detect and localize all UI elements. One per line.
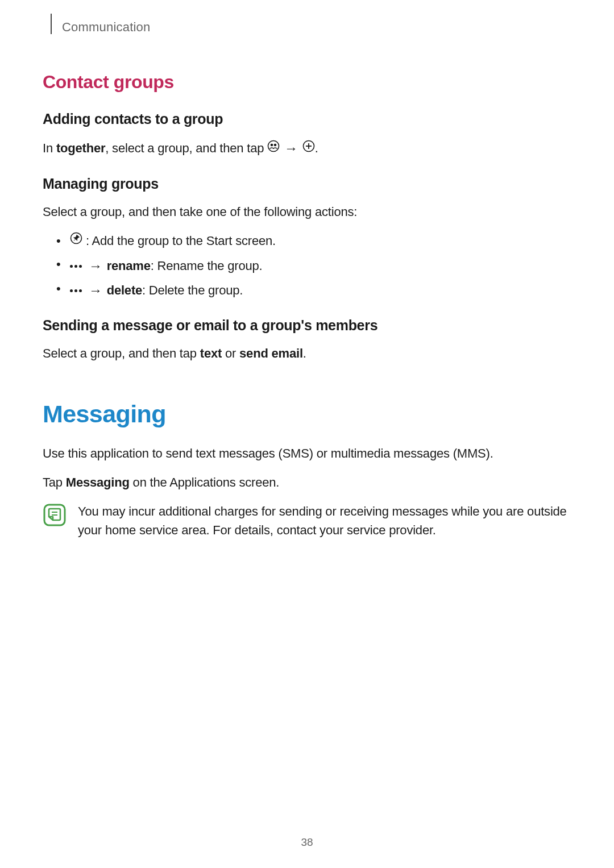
list-item: → delete: Delete the group.: [56, 279, 571, 300]
messaging-intro: Use this application to send text messag…: [43, 444, 571, 463]
group-icon: [267, 139, 280, 157]
header-divider: [51, 14, 52, 34]
heading-sending-message: Sending a message or email to a group's …: [43, 317, 571, 334]
arrow-icon: →: [284, 138, 298, 159]
adding-contacts-text: In together, select a group, and then ta…: [43, 138, 571, 159]
list-item: → rename: Rename the group.: [56, 255, 571, 276]
note-text: You may incur additional charges for sen…: [78, 502, 571, 539]
header-section-label: Communication: [62, 20, 150, 35]
ellipsis-icon: [70, 289, 82, 292]
arrow-icon: →: [89, 280, 102, 301]
managing-intro: Select a group, and then take one of the…: [43, 202, 571, 221]
svg-point-0: [268, 140, 279, 151]
heading-messaging: Messaging: [43, 400, 571, 428]
managing-actions-list: : Add the group to the Start screen. → r…: [43, 231, 571, 301]
ellipsis-icon: [70, 265, 82, 268]
list-item: : Add the group to the Start screen.: [56, 231, 571, 251]
note-icon: [43, 503, 67, 529]
pin-circle-icon: [70, 231, 82, 250]
arrow-icon: →: [89, 255, 102, 276]
page-header: Communication: [51, 17, 571, 38]
messaging-tap: Tap Messaging on the Applications screen…: [43, 473, 571, 492]
page-number: 38: [0, 836, 614, 849]
note-block: You may incur additional charges for sen…: [43, 502, 571, 539]
heading-adding-contacts: Adding contacts to a group: [43, 111, 571, 127]
svg-point-2: [274, 143, 277, 146]
sending-text: Select a group, and then tap text or sen…: [43, 344, 571, 363]
add-circle-icon: [302, 139, 315, 157]
heading-managing-groups: Managing groups: [43, 176, 571, 192]
heading-contact-groups: Contact groups: [43, 72, 571, 93]
svg-point-1: [271, 143, 273, 146]
